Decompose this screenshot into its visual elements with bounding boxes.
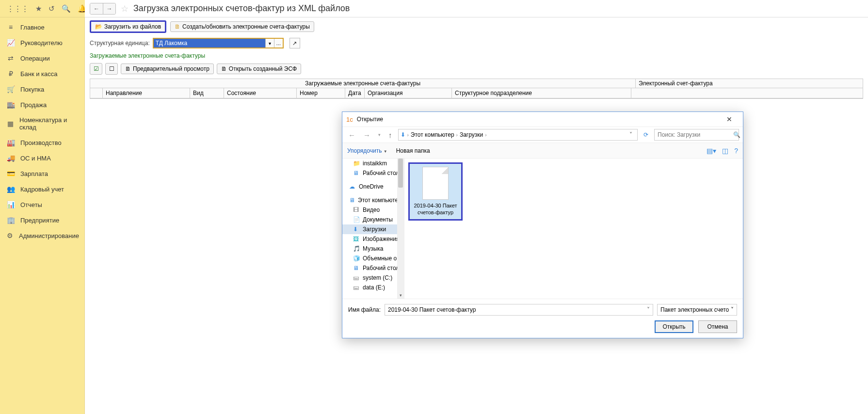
tree-label: data (E:) — [363, 284, 385, 291]
tree-item[interactable]: 📄Документы — [342, 215, 404, 224]
struct-unit-dropdown[interactable]: ▾ — [265, 39, 274, 48]
search-icon[interactable]: 🔍 — [62, 4, 71, 13]
tree-item[interactable]: 🎞Видео — [342, 205, 404, 215]
grid-icon: ▦ — [7, 120, 14, 127]
check-all-button[interactable]: ☑ — [90, 63, 102, 75]
tree-item[interactable]: 🖥Рабочий стол — [342, 263, 404, 273]
col-esf[interactable] — [631, 88, 863, 98]
col-check[interactable] — [90, 88, 103, 98]
col-date[interactable]: Дата — [345, 88, 365, 98]
tree-label: Документы — [363, 216, 393, 223]
cancel-button[interactable]: Отмена — [698, 320, 737, 333]
chevron-down-icon: ▼ — [384, 149, 387, 154]
sidebar-item-operations[interactable]: ⇄Операции — [0, 50, 84, 66]
load-from-files-button[interactable]: 📂Загрузить из файлов — [90, 20, 166, 33]
sidebar-item-stock[interactable]: ▦Номенклатура и склад — [0, 112, 84, 135]
organize-label: Упорядочить — [347, 147, 382, 154]
struct-unit-more[interactable]: … — [274, 39, 283, 48]
tree-item[interactable]: 🖴data (E:) — [342, 283, 404, 292]
filename-field[interactable]: ˅ — [385, 304, 653, 316]
pc-icon: 🖥 — [349, 197, 355, 204]
tree-item[interactable]: 🧊Объемные объ — [342, 254, 404, 263]
tree-item-onedrive[interactable]: ☁OneDrive — [342, 182, 404, 191]
sidebar-item-purchase[interactable]: 🛒Покупка — [0, 81, 84, 97]
tag-icon: 🏬 — [7, 101, 15, 109]
tree-item[interactable]: 🎵Музыка — [342, 244, 404, 254]
apps-icon[interactable]: ⋮⋮⋮ — [7, 4, 29, 13]
file-type-select[interactable]: Пакет электронных счетов-ф ˅ — [657, 304, 737, 316]
invoices-table: Загружаемые электронные счета-фактуры Эл… — [90, 79, 863, 99]
recent-dd-icon[interactable]: ▾ — [376, 132, 383, 137]
tree-item[interactable]: 🖼Изображения — [342, 234, 404, 244]
back-button[interactable]: ← — [90, 3, 103, 14]
video-icon: 🎞 — [353, 207, 360, 213]
refresh-icon[interactable]: ⟳ — [642, 131, 650, 138]
file-list[interactable]: 2019-04-30 Пакет счетов-фактур — [404, 159, 743, 299]
col-org[interactable]: Организация — [365, 88, 452, 98]
tree-item[interactable]: 📁instaikkm — [342, 159, 404, 168]
file-item-selected[interactable]: 2019-04-30 Пакет счетов-фактур — [408, 162, 463, 221]
col-kind[interactable]: Вид — [190, 88, 224, 98]
col-dept[interactable]: Структурное подразделение — [452, 88, 631, 98]
file-thumbnail-icon — [422, 167, 449, 200]
scroll-down-icon[interactable]: ▾ — [397, 292, 404, 299]
sidebar-item-manager[interactable]: 📈Руководителю — [0, 35, 84, 50]
sidebar-item-bank[interactable]: ₽Банк и касса — [0, 66, 84, 81]
scrollbar-thumb[interactable] — [398, 159, 403, 188]
forward-icon[interactable]: → — [361, 131, 372, 139]
tree-item[interactable]: 🖥Рабочий стол — [342, 168, 404, 178]
sidebar-item-hr[interactable]: 👥Кадровый учет — [0, 181, 84, 197]
preview-pane-icon[interactable]: ◫ — [722, 147, 728, 155]
open-button[interactable]: Открыть — [655, 320, 693, 333]
sidebar-item-reports[interactable]: 📊Отчеты — [0, 197, 84, 212]
path-bar[interactable]: ⬇ › Этот компьютер › Загрузки › ˅ — [398, 129, 638, 141]
help-icon[interactable]: ? — [734, 147, 738, 155]
tree-label: Сеть — [359, 298, 372, 299]
sidebar-item-admin[interactable]: ⚙Администрирование — [0, 228, 84, 243]
action-row: 📂Загрузить из файлов 🗎Создать/обновить э… — [85, 17, 868, 36]
sidebar-item-sale[interactable]: 🏬Продажа — [0, 97, 84, 112]
tree-item[interactable]: 🖴system (C:) — [342, 273, 404, 283]
filename-input[interactable] — [388, 306, 647, 313]
sidebar-item-salary[interactable]: 💳Зарплата — [0, 166, 84, 181]
sidebar-item-label: Номенклатура и склад — [19, 116, 78, 131]
new-folder-button[interactable]: Новая папка — [396, 147, 430, 154]
up-icon[interactable]: ↑ — [386, 131, 394, 139]
search-input[interactable] — [658, 131, 730, 138]
favorite-icon[interactable]: ☆ — [121, 3, 129, 14]
breadcrumb-root[interactable]: Этот компьютер — [411, 131, 454, 138]
3d-icon: 🧊 — [353, 255, 360, 262]
filename-history-icon[interactable]: ˅ — [647, 306, 650, 313]
forward-button[interactable]: → — [103, 3, 115, 14]
sidebar-item-company[interactable]: 🏢Предприятие — [0, 212, 84, 228]
struct-unit-open[interactable]: ↗ — [289, 38, 300, 48]
history-icon[interactable]: ↺ — [48, 4, 55, 13]
struct-unit-input[interactable] — [154, 39, 265, 48]
sidebar-item-assets[interactable]: 🚚ОС и НМА — [0, 150, 84, 166]
tree-item-downloads[interactable]: ⬇Загрузки — [342, 224, 404, 234]
search-icon[interactable]: 🔍 — [733, 131, 740, 138]
col-state[interactable]: Состояние — [224, 88, 297, 98]
path-dropdown-icon[interactable]: ˅ — [627, 131, 635, 138]
gear-icon: ⚙ — [7, 232, 13, 239]
star-icon[interactable]: ★ — [35, 4, 42, 13]
col-number[interactable]: Номер — [297, 88, 345, 98]
tree-scrollbar[interactable]: ▾ — [397, 159, 404, 299]
close-button[interactable]: ✕ — [720, 112, 739, 126]
organize-menu[interactable]: Упорядочить ▼ — [347, 147, 387, 154]
building-icon: 🏢 — [7, 216, 15, 224]
sidebar-item-main[interactable]: ≡Главное — [0, 19, 84, 35]
chevron-right-icon: › — [485, 132, 486, 138]
open-esf-button[interactable]: 🗎Открыть созданный ЭСФ — [217, 64, 301, 74]
col-direction[interactable]: Направление — [103, 88, 190, 98]
back-icon[interactable]: ← — [346, 131, 357, 139]
uncheck-all-button[interactable]: ☐ — [105, 63, 118, 75]
tree-item-network[interactable]: 🖧Сеть — [342, 296, 404, 299]
view-mode-icon[interactable]: ▤▾ — [707, 147, 716, 155]
breadcrumb-folder[interactable]: Загрузки — [460, 131, 483, 138]
create-update-button[interactable]: 🗎Создать/обновить электронные счета-факт… — [170, 21, 314, 32]
tree-item-thispc[interactable]: 🖥Этот компьютер — [342, 195, 404, 205]
search-box[interactable]: 🔍 — [654, 129, 739, 141]
preview-button[interactable]: 🗎Предварительный просмотр — [121, 64, 214, 74]
sidebar-item-production[interactable]: 🏭Производство — [0, 135, 84, 150]
